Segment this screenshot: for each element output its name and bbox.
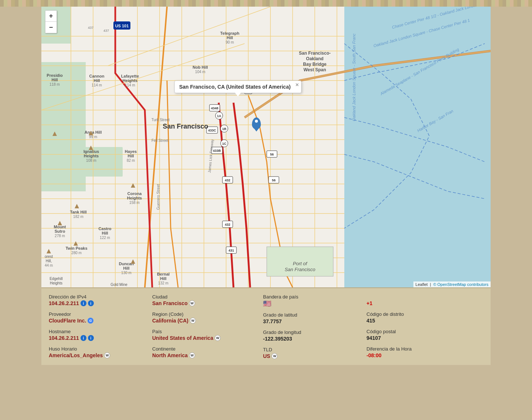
provider-field: Proveedor CloudFlare Inc. G xyxy=(49,311,145,324)
hostname-value: 104.26.2.211 i i xyxy=(49,335,145,341)
region-value: California (CA) W xyxy=(152,318,256,324)
svg-text:Turk Street: Turk Street xyxy=(151,118,170,122)
hostname-text: 104.26.2.211 xyxy=(49,335,79,341)
district-code-value: 415 xyxy=(366,318,463,324)
svg-text:Sutro: Sutro xyxy=(55,229,65,233)
info-col-1: Dirección de IPv4 104.26.2.211 i i Prove… xyxy=(49,294,145,359)
svg-text:Heights: Heights xyxy=(127,196,142,200)
latitude-label: Grado de latitud xyxy=(263,312,359,318)
city-wiki-icon[interactable]: W xyxy=(189,300,195,306)
svg-text:433B: 433B xyxy=(213,149,221,153)
provider-google-icon[interactable]: G xyxy=(88,318,93,324)
svg-text:56: 56 xyxy=(272,178,276,182)
hostname-info-icon-1[interactable]: i xyxy=(81,335,86,341)
timezone-value: America/Los_Angeles W xyxy=(49,352,145,358)
calling-code-label xyxy=(366,294,463,300)
continent-field: Continente North America W xyxy=(152,346,256,358)
svg-text:Oakland: Oakland xyxy=(306,56,323,61)
tld-wiki-icon[interactable]: W xyxy=(272,353,277,359)
svg-text:118 m: 118 m xyxy=(50,82,60,86)
time-diff-field: Diferencia de la Hora -08:00 xyxy=(366,346,463,358)
longitude-field: Grado de longitud -122.395203 xyxy=(263,329,359,342)
city-label: Ciudad xyxy=(152,294,256,300)
svg-text:Edgehill: Edgehill xyxy=(50,277,63,281)
country-field: País United States of America W xyxy=(152,329,256,341)
svg-text:278 m: 278 m xyxy=(55,234,65,238)
svg-text:Cannon: Cannon xyxy=(89,74,105,78)
svg-text:Nob Hill: Nob Hill xyxy=(192,65,208,69)
calling-code-field: +1 xyxy=(366,294,463,306)
country-flag: 🇺🇸 xyxy=(263,300,271,307)
timezone-wiki-icon[interactable]: W xyxy=(104,352,110,358)
tld-field: TLD US W xyxy=(263,347,359,359)
svg-text:437: 437 xyxy=(88,26,93,30)
map-pin xyxy=(252,117,261,129)
timezone-field: Huso Horario America/Los_Angeles W xyxy=(49,346,145,358)
info-col-4: +1 Código de distrito 415 Código postal … xyxy=(366,294,463,359)
svg-text:Gold Mine: Gold Mine xyxy=(110,283,127,287)
svg-text:San Francisco: San Francisco xyxy=(284,267,315,272)
region-text: California (CA) xyxy=(152,318,188,324)
svg-text:orest: orest xyxy=(45,255,53,259)
region-field: Region (Code) California (CA) W xyxy=(152,311,256,324)
district-code-label: Código de distrito xyxy=(366,311,463,317)
svg-text:1B: 1B xyxy=(222,127,226,131)
osm-link[interactable]: © OpenStreetMap contributors xyxy=(433,282,488,287)
popup-close-button[interactable]: ✕ xyxy=(295,82,299,88)
svg-text:Hill: Hill xyxy=(127,154,134,158)
hostname-field: Hostname 104.26.2.211 i i xyxy=(49,329,145,341)
info-panel: Dirección de IPv4 104.26.2.211 i i Prove… xyxy=(41,287,491,365)
svg-text:130 m: 130 m xyxy=(121,271,132,275)
svg-text:132 m: 132 m xyxy=(158,281,168,285)
svg-text:Bernal: Bernal xyxy=(157,272,170,276)
continent-wiki-icon[interactable]: W xyxy=(189,352,195,358)
longitude-text: -122.395203 xyxy=(263,336,292,342)
svg-text:Heights: Heights xyxy=(84,154,99,158)
svg-text:56: 56 xyxy=(270,153,274,156)
region-wiki-icon[interactable]: W xyxy=(190,318,196,324)
map-svg: US 101 1A 1B 1C 4348 433C 433B 432 432 4… xyxy=(41,7,491,287)
latitude-value: 37.7757 xyxy=(263,318,359,324)
ipv4-info-icon-1[interactable]: i xyxy=(81,300,86,306)
svg-text:122 m: 122 m xyxy=(100,236,110,240)
svg-text:Hill: Hill xyxy=(93,78,100,83)
region-label: Region (Code) xyxy=(152,311,256,317)
time-diff-label: Diferencia de la Hora xyxy=(366,346,463,352)
zoom-out-button[interactable]: − xyxy=(45,22,57,33)
latitude-text: 37.7757 xyxy=(263,318,282,324)
svg-text:Hill: Hill xyxy=(123,266,129,270)
flag-field: Bandera de país 🇺🇸 xyxy=(263,294,359,307)
svg-text:Guerrero Street: Guerrero Street xyxy=(156,184,160,210)
hostname-info-icon-2[interactable]: i xyxy=(88,335,94,341)
zoom-in-button[interactable]: + xyxy=(45,11,57,22)
postal-code-text: 94107 xyxy=(366,335,381,341)
provider-text: CloudFlare Inc. xyxy=(49,318,86,324)
svg-text:Hill,: Hill, xyxy=(46,259,52,263)
ipv4-info-icon-2[interactable]: i xyxy=(88,300,94,306)
ipv4-label: Dirección de IPv4 xyxy=(49,294,145,300)
svg-text:Hill: Hill xyxy=(51,78,58,82)
map-attribution: Leaflet | © OpenStreetMap contributors xyxy=(413,281,491,287)
flag-value: 🇺🇸 xyxy=(263,300,359,307)
district-code-field: Código de distrito 415 xyxy=(366,311,463,324)
svg-text:Telegraph: Telegraph xyxy=(220,31,239,35)
svg-text:Anza Hill: Anza Hill xyxy=(85,130,102,134)
country-wiki-icon[interactable]: W xyxy=(215,335,221,341)
svg-text:104 m: 104 m xyxy=(195,70,205,74)
svg-text:Fell Street: Fell Street xyxy=(151,139,168,143)
svg-text:432: 432 xyxy=(225,178,230,182)
time-diff-value: -08:00 xyxy=(366,352,463,358)
country-label: País xyxy=(152,329,256,334)
ipv4-text: 104.26.2.211 xyxy=(49,300,79,306)
svg-text:Presidio: Presidio xyxy=(47,73,63,78)
hostname-label: Hostname xyxy=(49,329,145,334)
svg-text:1A: 1A xyxy=(217,114,221,118)
provider-value: CloudFlare Inc. G xyxy=(49,318,145,324)
svg-text:Bay Bridge: Bay Bridge xyxy=(303,62,327,67)
map-popup: San Francisco, CA (United States of Amer… xyxy=(174,81,301,93)
popup-text: San Francisco, CA (United States of Amer… xyxy=(179,84,291,90)
svg-text:114 m: 114 m xyxy=(125,83,135,87)
svg-text:Lafayette: Lafayette xyxy=(121,74,139,78)
top-decorative-border xyxy=(0,0,532,7)
svg-text:182 m: 182 m xyxy=(73,215,83,219)
